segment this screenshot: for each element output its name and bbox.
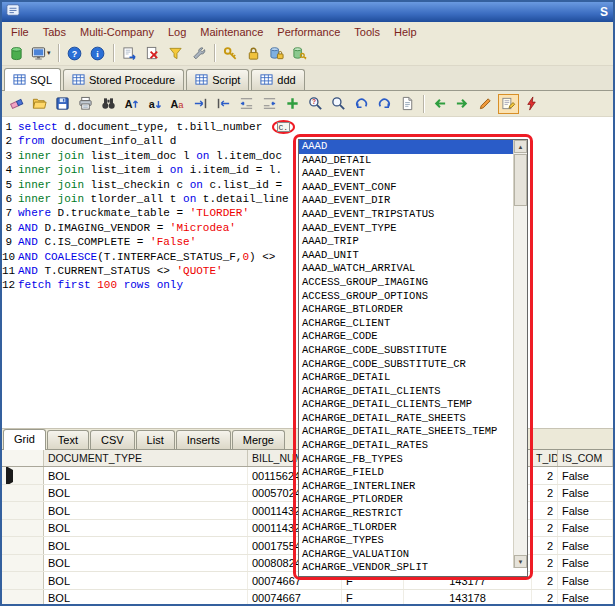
grid-cell: False <box>558 572 613 589</box>
autocomplete-item[interactable]: ACHARGE_INTERLINER <box>299 480 513 494</box>
delete-button[interactable] <box>142 43 163 63</box>
column-header-t-id[interactable]: T_ID <box>532 450 558 466</box>
autocomplete-item[interactable]: AAAD_EVENT_TRIPSTATUS <box>299 208 513 222</box>
lowercase-button[interactable]: a <box>144 94 165 114</box>
results-tab-inserts[interactable]: Inserts <box>176 430 231 449</box>
menu-item-multi-company[interactable]: Multi-Company <box>73 24 161 40</box>
new-page-button[interactable] <box>397 94 418 114</box>
menu-item-tabs[interactable]: Tabs <box>36 24 73 40</box>
window-selector-button[interactable]: ▾ <box>29 43 53 63</box>
filter-button[interactable] <box>165 43 186 63</box>
about-button[interactable]: i <box>87 43 108 63</box>
scroll-down-button[interactable]: ▼ <box>514 555 527 568</box>
security-key-button[interactable] <box>220 43 241 63</box>
autocomplete-item[interactable]: AAAD_DETAIL <box>299 154 513 168</box>
tab-stored-procedure[interactable]: Stored Procedure <box>63 69 184 90</box>
undo-button[interactable] <box>351 94 372 114</box>
autocomplete-item[interactable]: ACCESS_GROUP_OPTIONS <box>299 290 513 304</box>
results-tab-merge[interactable]: Merge <box>232 430 285 449</box>
help-button[interactable]: ? <box>64 43 85 63</box>
autocomplete-item[interactable]: AAAD_WATCH_ARRIVAL <box>299 262 513 276</box>
autocomplete-item[interactable]: AAAD_EVENT_TYPE <box>299 222 513 236</box>
notes-button[interactable] <box>498 94 519 114</box>
scroll-up-button[interactable]: ▲ <box>514 140 527 153</box>
indent-button[interactable] <box>236 94 257 114</box>
execute-button[interactable] <box>521 94 542 114</box>
autocomplete-item[interactable]: ACHARGE_DETAIL_CLIENTS <box>299 385 513 399</box>
print-button[interactable] <box>75 94 96 114</box>
menu-item-performance[interactable]: Performance <box>270 24 347 40</box>
results-tab-text[interactable]: Text <box>47 430 89 449</box>
autocomplete-item[interactable]: AAAD_EVENT <box>299 167 513 181</box>
clear-editor-button[interactable] <box>6 94 27 114</box>
database-key-button[interactable] <box>289 43 310 63</box>
autocomplete-item[interactable]: AAAD_UNIT <box>299 249 513 263</box>
autocomplete-item[interactable]: ACHARGE_DETAIL_RATES <box>299 439 513 453</box>
autocomplete-item[interactable]: AAAD <box>299 140 513 154</box>
code-segment: inner join <box>18 163 84 177</box>
autocomplete-item[interactable]: ACHARGE_TLORDER <box>299 521 513 535</box>
options-button[interactable] <box>188 43 209 63</box>
menu-item-tools[interactable]: Tools <box>347 24 387 40</box>
redo-button[interactable] <box>374 94 395 114</box>
results-tab-csv[interactable]: CSV <box>90 430 135 449</box>
open-file-button[interactable] <box>29 94 50 114</box>
database-lock-button[interactable] <box>266 43 287 63</box>
menu-item-file[interactable]: File <box>4 24 36 40</box>
autocomplete-item[interactable]: ACHARGE_TYPES <box>299 534 513 548</box>
uppercase-button[interactable]: A <box>121 94 142 114</box>
column-header-document-type[interactable]: DOCUMENT_TYPE <box>44 450 248 466</box>
autocomplete-list[interactable]: AAADAAAD_DETAILAAAD_EVENTAAAD_EVENT_CONF… <box>298 139 528 577</box>
find-options-button[interactable]: ? <box>305 94 326 114</box>
autocomplete-item[interactable]: ACHARGE_CODE_SUBSTITUTE <box>299 344 513 358</box>
autocomplete-item[interactable]: ACHARGE_BTLORDER <box>299 303 513 317</box>
autocomplete-item[interactable]: ACHARGE_CLIENT <box>299 317 513 331</box>
security-lock-button[interactable] <box>243 43 264 63</box>
autocomplete-item[interactable]: ACHARGE_DETAIL_CLIENTS_TEMP <box>299 398 513 412</box>
autocomplete-item[interactable]: ACHARGE_RESTRICT <box>299 507 513 521</box>
autocomplete-item[interactable]: ACHARGE_FIELD <box>299 466 513 480</box>
column-header-is-com[interactable]: IS_COM <box>558 450 613 466</box>
search-button[interactable] <box>328 94 349 114</box>
tab-ddd[interactable]: ddd <box>251 69 304 90</box>
autocomplete-item[interactable]: AAAD_EVENT_DIR <box>299 194 513 208</box>
code-segment: fetch first <box>18 278 97 292</box>
table-grid-icon <box>13 73 26 88</box>
autocomplete-item[interactable]: ACHARGE_VALUATION <box>299 548 513 562</box>
menu-item-help[interactable]: Help <box>387 24 424 40</box>
autocomplete-item[interactable]: ACHARGE_DETAIL_RATE_SHEETS_TEMP <box>299 425 513 439</box>
svg-text:?: ? <box>71 48 76 58</box>
autocomplete-item[interactable]: AAAD_EVENT_CONF <box>299 181 513 195</box>
next-button[interactable] <box>452 94 473 114</box>
autocomplete-item[interactable]: ACHARGE_PTLORDER <box>299 493 513 507</box>
menu-item-log[interactable]: Log <box>161 24 193 40</box>
remove-tab-button[interactable] <box>213 94 234 114</box>
autocomplete-scrollbar[interactable]: ▲ ▼ <box>513 140 527 568</box>
find-button[interactable] <box>98 94 119 114</box>
autocomplete-item[interactable]: ACHARGE_DETAIL <box>299 371 513 385</box>
insert-tab-button[interactable] <box>190 94 211 114</box>
autocomplete-item[interactable]: ACHARGE_CODE <box>299 330 513 344</box>
export-button[interactable] <box>119 43 140 63</box>
unindent-button[interactable] <box>259 94 280 114</box>
tab-script[interactable]: Script <box>186 69 249 90</box>
capitalize-button[interactable]: Aa <box>167 94 188 114</box>
autocomplete-item[interactable]: AAAD_TRIP <box>299 235 513 249</box>
autocomplete-item[interactable]: ACHARGE_VENDOR_SPLIT <box>299 561 513 575</box>
scrollbar-thumb[interactable] <box>514 154 527 206</box>
results-tab-list[interactable]: List <box>136 430 175 449</box>
edit-button[interactable] <box>475 94 496 114</box>
save-file-button[interactable] <box>52 94 73 114</box>
autocomplete-item[interactable]: ACHARGE_FB_TYPES <box>299 453 513 467</box>
menu-item-maintenance[interactable]: Maintenance <box>193 24 270 40</box>
autocomplete-item[interactable]: ACHARGE_DETAIL_RATE_SHEETS <box>299 412 513 426</box>
table-row[interactable]: BOL00074667F1431782False <box>2 590 613 605</box>
previous-button[interactable] <box>429 94 450 114</box>
tab-sql[interactable]: SQL <box>4 68 61 91</box>
code-segment: 0 <box>242 250 249 264</box>
autocomplete-item[interactable]: ACCESS_GROUP_IMAGING <box>299 276 513 290</box>
add-button[interactable] <box>282 94 303 114</box>
connect-database-button[interactable] <box>6 43 27 63</box>
results-tab-grid[interactable]: Grid <box>3 429 46 450</box>
autocomplete-item[interactable]: ACHARGE_CODE_SUBSTITUTE_CR <box>299 358 513 372</box>
